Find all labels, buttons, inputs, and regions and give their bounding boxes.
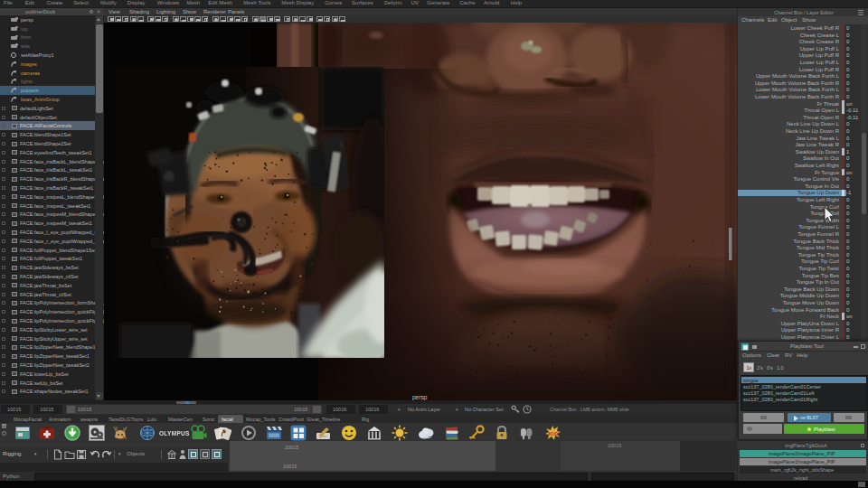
svg-text:KUG: KUG <box>549 431 559 436</box>
